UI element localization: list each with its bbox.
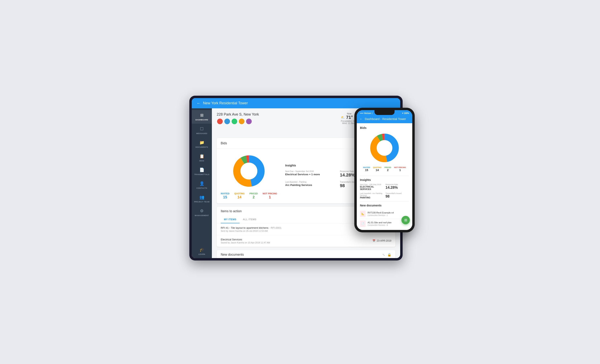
legend-priced: PRICED 2 bbox=[250, 192, 258, 199]
phone-notch bbox=[375, 110, 394, 115]
new-docs-title: New documents bbox=[221, 253, 244, 256]
phone-donut-center bbox=[377, 140, 392, 156]
legend-invited-label: INVITED bbox=[221, 192, 229, 195]
sidebar-item-messages[interactable]: ☐ MESSAGES bbox=[192, 124, 212, 137]
sidebar: ⊞ DASHBOARD ☐ MESSAGES 📁 DOCUMENTS 📋 BID… bbox=[192, 108, 212, 258]
legend-invited: INVITED 15 bbox=[221, 192, 229, 199]
sidebar-documents-label: DOCUMENTS bbox=[196, 146, 208, 148]
expand-icon-docs[interactable]: ⤡ bbox=[382, 253, 385, 257]
phone-new-docs-section: New documents 📐 RVT100-Revit Example.rvt… bbox=[357, 201, 412, 230]
insight-last-awarded: Last Awarded - Painting Arc Painting Ser… bbox=[285, 181, 337, 188]
phone-insight-last-awarded: Last Awarded - Arc Painting Services PAI… bbox=[360, 192, 384, 199]
phone-legend-priced: PRICED 2 bbox=[384, 166, 391, 172]
phone-bids-section: Bids INVITED bbox=[357, 123, 412, 176]
sidebar-messages-label: MESSAGES bbox=[196, 132, 207, 135]
phone-doc-item-rvt: 📐 RVT100-Revit Example.rvt Construction … bbox=[360, 209, 409, 219]
phone-legend-quoting-count: 14 bbox=[373, 168, 382, 172]
avatar bbox=[224, 118, 230, 125]
phone-doc-icon-rvt: 📐 bbox=[360, 211, 366, 217]
learn-icon: 🎓 bbox=[199, 247, 205, 252]
sidebar-transmittals-label: TRANSMITTALS bbox=[194, 173, 209, 175]
new-docs-actions: ⤡ 🔒 bbox=[382, 253, 391, 257]
phone-insight-next-due: Next Due - 13th May 2019 ELECTRICAL SERV… bbox=[360, 183, 384, 190]
bids-donut-svg bbox=[231, 153, 267, 189]
contacts-icon: 👤 bbox=[199, 181, 205, 186]
new-docs-header: New documents ⤡ 🔒 bbox=[217, 250, 395, 258]
avatar bbox=[246, 118, 252, 125]
dashboard-icon: ⊞ bbox=[200, 113, 204, 118]
phone-doc-sub-a1: Construction Revision · B bbox=[368, 224, 392, 226]
phone-insights-grid: Next Due - 13th May 2019 ELECTRICAL SERV… bbox=[360, 183, 409, 199]
sidebar-item-bids[interactable]: 📋 BIDS bbox=[192, 151, 212, 165]
phone-donut-svg bbox=[368, 132, 401, 164]
phone-insight-transmittals-label: Transmittal's Issued bbox=[385, 192, 409, 194]
phone-doc-name-rvt: RVT100-Revit Example.rvt bbox=[368, 211, 394, 214]
phone-battery: ✦ 100% bbox=[402, 112, 409, 114]
phone-insight-response-value: 14.28% bbox=[385, 185, 409, 190]
legend-priced-label: PRICED bbox=[250, 192, 258, 195]
items-card-title: Items to action bbox=[221, 209, 242, 213]
phone-insight-last-awarded-label: Last Awarded - Arc Painting Services bbox=[360, 192, 384, 196]
bids-icon: 📋 bbox=[199, 154, 205, 159]
phone-insights-title: Insights bbox=[360, 178, 409, 182]
phone-title: Dashboard - Residential Tower bbox=[365, 117, 406, 121]
phone-insight-last-awarded-value: PAINTING bbox=[360, 196, 384, 199]
sidebar-item-contacts[interactable]: 👤 CONTACTS bbox=[192, 178, 212, 192]
phone-legend-priced-label: PRICED bbox=[384, 166, 391, 168]
avatar bbox=[217, 118, 223, 125]
project-avatars bbox=[217, 118, 259, 125]
sidebar-item-learn[interactable]: 🎓 LEARN bbox=[192, 244, 212, 258]
tab-all-items[interactable]: ALL ITEMS bbox=[240, 216, 260, 223]
legend-priced-count: 2 bbox=[250, 195, 258, 199]
project-address: 228 Park Ave S, New York bbox=[217, 112, 259, 117]
tablet-header: ← New York Residential Tower bbox=[192, 98, 400, 108]
tab-my-items[interactable]: MY ITEMS bbox=[221, 216, 240, 223]
phone-legend-not-pricing: NOT PRICING 1 bbox=[394, 166, 406, 172]
new-documents-card: New documents ⤡ 🔒 📄 A2.09- House 4 and 5… bbox=[217, 250, 395, 258]
action-item-electrical-title: Electrical Services bbox=[221, 238, 270, 241]
sidebar-item-dashboard[interactable]: ⊞ DASHBOARD bbox=[192, 110, 212, 124]
avatar bbox=[238, 118, 245, 125]
phone-insights-section: Insights Next Due - 13th May 2019 ELECTR… bbox=[357, 176, 412, 201]
bids-chart-section: INVITED 15 QUOTING 14 PRICED bbox=[221, 153, 277, 199]
messages-icon: ☐ bbox=[200, 127, 204, 131]
insight-next-due-label: Next Due - September 3rd 2018 bbox=[285, 170, 337, 173]
legend-not-pricing: NOT PRICING 1 bbox=[262, 192, 277, 199]
phone-insight-transmittals: Transmittal's Issued 98 bbox=[385, 192, 409, 199]
sidebar-item-transmittals[interactable]: 📄 TRANSMITTALS bbox=[192, 165, 212, 178]
sidebar-dashboard-label: DASHBOARD bbox=[196, 119, 208, 121]
action-item-rfi-title: RFI #1 - Tile layout to apartment kitche… bbox=[221, 226, 281, 229]
donut-center bbox=[240, 163, 257, 180]
sidebar-bids-label: BIDS bbox=[199, 160, 204, 162]
phone-content: Bids INVITED bbox=[357, 123, 412, 230]
phone-legend-priced-count: 2 bbox=[384, 168, 391, 172]
sidebar-item-documents[interactable]: 📁 DOCUMENTS bbox=[192, 137, 212, 151]
insight-last-awarded-value: Arc Painting Services bbox=[285, 183, 337, 187]
action-item-electrical-left: Electrical Services Saved by Jason Kamha… bbox=[221, 238, 270, 244]
project-team-icon: 👥 bbox=[199, 195, 205, 200]
phone-legend-quoting: QUOTING 14 bbox=[373, 166, 382, 172]
phone-bids-legend: INVITED 15 QUOTING 14 PRICED 2 NOT PRI bbox=[360, 166, 409, 174]
insight-next-due: Next Due - September 3rd 2018 Electrical… bbox=[285, 170, 337, 178]
phone-header: ← Dashboard - Residential Tower bbox=[357, 116, 412, 123]
phone-back-button[interactable]: ← bbox=[360, 117, 363, 121]
phone-insight-next-due-value: ELECTRICAL SERVICES bbox=[360, 185, 384, 190]
phone-doc-info-a1: A1.01-Site and roof plan Construction Re… bbox=[368, 221, 392, 226]
phone-insight-transmittals-value: 98 bbox=[385, 194, 409, 199]
phone-fab-button[interactable]: ⊞ bbox=[401, 216, 410, 224]
phone-legend-invited: INVITED 15 bbox=[363, 166, 370, 172]
management-icon: ⚙ bbox=[200, 209, 204, 213]
sidebar-learn-label: LEARN bbox=[198, 253, 205, 255]
phone-donut-container bbox=[360, 132, 409, 164]
bids-legend: INVITED 15 QUOTING 14 PRICED bbox=[221, 192, 277, 199]
lock-icon-docs[interactable]: 🔒 bbox=[387, 253, 391, 257]
back-button[interactable]: ← bbox=[197, 101, 201, 106]
sidebar-item-management[interactable]: ⚙ MANAGEMENT bbox=[192, 206, 212, 219]
weather-now-icon: ⛅ bbox=[341, 116, 345, 119]
phone-carrier: ••••• Verizon ⟩ bbox=[360, 112, 373, 114]
sidebar-management-label: MANAGEMENT bbox=[195, 214, 209, 217]
calendar-icon-2: 📅 bbox=[372, 239, 375, 242]
sidebar-item-project-team[interactable]: 👥 PROJECT TEAM bbox=[192, 192, 212, 206]
electrical-date-value: 23-APR-2019 bbox=[377, 239, 391, 242]
phone-doc-info-rvt: RVT100-Revit Example.rvt Construction Re… bbox=[368, 211, 394, 216]
